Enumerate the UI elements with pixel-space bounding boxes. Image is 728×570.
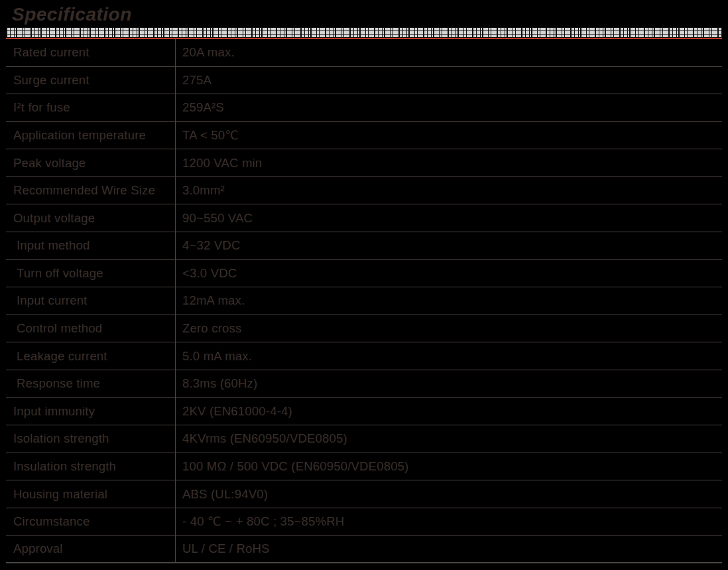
row-value: 2KV (EN61000-4-4): [176, 398, 722, 425]
row-label: Housing material: [6, 480, 176, 508]
row-label: Surge current: [6, 67, 176, 94]
row-value: - 40 ℃ ~ + 80C ; 35~85%RH: [176, 508, 722, 535]
row-value: ABS (UL:94V0): [176, 480, 722, 508]
table-row: Output voltage90~550 VAC: [6, 204, 722, 232]
row-label: Leakage current: [6, 342, 176, 370]
table-row: ApprovalUL / CE / RoHS: [6, 535, 722, 563]
row-label: Approval: [6, 535, 176, 562]
row-label: Circumstance: [6, 508, 176, 535]
row-value: 100 MΩ / 500 VDC (EN60950/VDE0805): [176, 453, 722, 480]
row-value: 1200 VAC min: [176, 149, 722, 177]
page-title: Specification: [12, 3, 132, 26]
table-row: Circumstance- 40 ℃ ~ + 80C ; 35~85%RH: [6, 508, 722, 536]
row-label: Input immunity: [6, 398, 176, 425]
row-value: TA < 50℃: [176, 122, 722, 149]
row-value: 4~32 VDC: [176, 232, 722, 259]
decorative-barcode-stripe: [6, 27, 722, 38]
table-row: I²t for fuse259A²S: [6, 94, 722, 122]
table-row: Recommended Wire Size3.0mm²: [6, 177, 722, 205]
row-label: Input method: [6, 232, 176, 259]
row-value: <3.0 VDC: [176, 260, 722, 287]
row-value: 4KVrms (EN60950/VDE0805): [176, 425, 722, 453]
table-row: Insulation strength100 MΩ / 500 VDC (EN6…: [6, 453, 722, 481]
row-label: Control method: [6, 315, 176, 342]
row-value: 275A: [176, 67, 722, 94]
row-value: 5.0 mA max.: [176, 342, 722, 370]
table-row: Isolation strength4KVrms (EN60950/VDE080…: [6, 425, 722, 453]
row-label: Peak voltage: [6, 149, 176, 177]
table-row: Housing materialABS (UL:94V0): [6, 480, 722, 508]
table-row: Input current12mA max.: [6, 287, 722, 315]
row-label: Recommended Wire Size: [6, 177, 176, 204]
row-label: Response time: [6, 370, 176, 397]
row-label: Application temperature: [6, 122, 176, 149]
table-row: Response time8.3ms (60Hz): [6, 370, 722, 398]
table-row: Input immunity2KV (EN61000-4-4): [6, 398, 722, 426]
table-row: Turn off voltage<3.0 VDC: [6, 260, 722, 288]
table-row: Peak voltage1200 VAC min: [6, 149, 722, 177]
table-row: Input method4~32 VDC: [6, 232, 722, 260]
row-value: UL / CE / RoHS: [176, 535, 722, 562]
table-row: Control methodZero cross: [6, 315, 722, 343]
spec-table: Rated current20A max.Surge current275AI²…: [6, 39, 722, 563]
row-value: 259A²S: [176, 94, 722, 121]
row-value: 12mA max.: [176, 287, 722, 315]
table-row: Application temperatureTA < 50℃: [6, 122, 722, 150]
row-label: Rated current: [6, 39, 176, 66]
row-label: I²t for fuse: [6, 94, 176, 121]
row-label: Isolation strength: [6, 425, 176, 453]
row-label: Insulation strength: [6, 453, 176, 480]
table-row: Leakage current5.0 mA max.: [6, 342, 722, 370]
table-row: Rated current20A max.: [6, 39, 722, 67]
table-row: Surge current275A: [6, 67, 722, 95]
datasheet-page: { "header": { "title": "Specification" }…: [0, 0, 728, 570]
row-value: 20A max.: [176, 39, 722, 66]
row-value: 8.3ms (60Hz): [176, 370, 722, 397]
row-label: Turn off voltage: [6, 260, 176, 287]
row-label: Output voltage: [6, 204, 176, 232]
row-value: 3.0mm²: [176, 177, 722, 204]
row-value: Zero cross: [176, 315, 722, 342]
row-label: Input current: [6, 287, 176, 315]
row-value: 90~550 VAC: [176, 204, 722, 232]
